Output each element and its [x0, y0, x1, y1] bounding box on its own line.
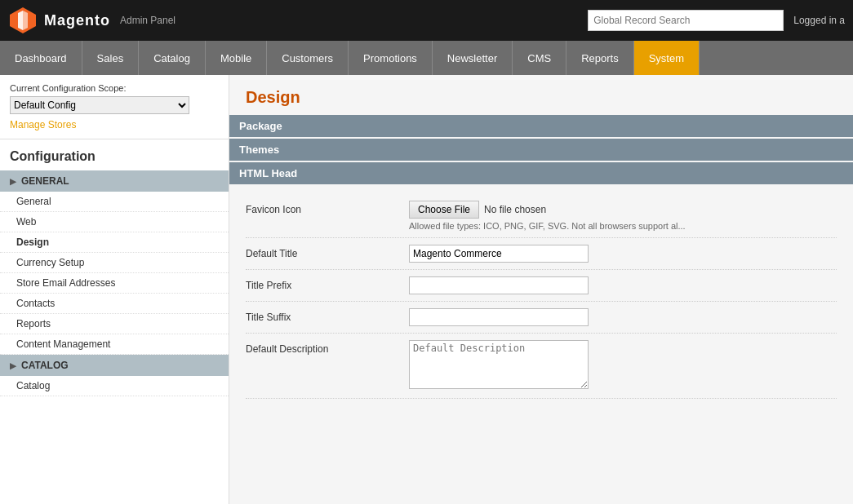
default-desc-row: Default Description — [246, 334, 837, 399]
sidebar-item-content-management[interactable]: Content Management — [0, 334, 229, 355]
content-area: Design Package Themes HTML Head Favicon … — [229, 75, 853, 504]
sidebar-item-reports[interactable]: Reports — [0, 314, 229, 334]
title-prefix-control — [409, 276, 837, 294]
form-area: Favicon Icon Choose File No file chosen … — [229, 186, 853, 407]
nav-item-reports[interactable]: Reports — [566, 41, 634, 75]
nav-item-mobile[interactable]: Mobile — [206, 41, 267, 75]
title-suffix-label: Title Suffix — [246, 308, 409, 323]
default-title-control — [409, 245, 837, 263]
title-prefix-label: Title Prefix — [246, 276, 409, 291]
header-right: Logged in a — [588, 10, 845, 31]
default-desc-textarea[interactable] — [409, 340, 589, 389]
favicon-row: Favicon Icon Choose File No file chosen … — [246, 194, 837, 238]
section-arrow-icon: ▶ — [10, 177, 16, 186]
header: Magento Admin Panel Logged in a — [0, 0, 853, 41]
logged-in-text: Logged in a — [793, 15, 845, 26]
choose-file-button[interactable]: Choose File — [409, 201, 479, 219]
title-prefix-row: Title Prefix — [246, 270, 837, 302]
sidebar: Current Configuration Scope: Default Con… — [0, 75, 229, 504]
svg-marker-1 — [18, 11, 23, 30]
sidebar-sections: ▶GENERALGeneralWebDesignCurrency SetupSt… — [0, 170, 229, 396]
nav-item-customers[interactable]: Customers — [267, 41, 349, 75]
scope-area: Current Configuration Scope: Default Con… — [0, 75, 229, 139]
main-layout: Current Configuration Scope: Default Con… — [0, 75, 853, 504]
default-title-label: Default Title — [246, 245, 409, 259]
section-header-themes: Themes — [229, 139, 853, 161]
section-header-package: Package — [229, 115, 853, 137]
sidebar-item-general[interactable]: General — [0, 192, 229, 212]
scope-select[interactable]: Default Config — [10, 96, 189, 114]
sidebar-title: Configuration — [0, 139, 229, 170]
global-search-input[interactable] — [588, 10, 784, 31]
favicon-label: Favicon Icon — [246, 201, 409, 215]
file-hint: Allowed file types: ICO, PNG, GIF, SVG. … — [409, 221, 837, 231]
title-suffix-row: Title Suffix — [246, 302, 837, 334]
magento-logo-icon — [8, 6, 38, 35]
manage-stores-link[interactable]: Manage Stores — [10, 119, 219, 130]
nav-item-newsletter[interactable]: Newsletter — [433, 41, 513, 75]
title-prefix-input[interactable] — [409, 276, 589, 294]
nav-item-catalog[interactable]: Catalog — [139, 41, 206, 75]
sidebar-item-web[interactable]: Web — [0, 212, 229, 232]
sidebar-item-contacts[interactable]: Contacts — [0, 294, 229, 314]
section-arrow-icon: ▶ — [10, 361, 16, 370]
sidebar-item-catalog[interactable]: Catalog — [0, 376, 229, 396]
page-title: Design — [229, 75, 853, 115]
logo-subtitle-text: Admin Panel — [120, 15, 175, 26]
main-navigation: DashboardSalesCatalogMobileCustomersProm… — [0, 41, 853, 75]
sidebar-section-catalog[interactable]: ▶CATALOG — [0, 355, 229, 376]
logo-brand-text: Magento — [44, 12, 110, 29]
title-suffix-control — [409, 308, 837, 326]
sidebar-item-design[interactable]: Design — [0, 232, 229, 253]
sidebar-section-general[interactable]: ▶GENERAL — [0, 170, 229, 192]
nav-item-dashboard[interactable]: Dashboard — [0, 41, 82, 75]
scope-label: Current Configuration Scope: — [10, 83, 219, 93]
nav-item-system[interactable]: System — [634, 41, 700, 75]
no-file-text: No file chosen — [484, 201, 546, 215]
favicon-control: Choose File No file chosen Allowed file … — [409, 201, 837, 231]
nav-item-sales[interactable]: Sales — [82, 41, 140, 75]
section-header-html-head: HTML Head — [229, 162, 853, 184]
default-desc-control — [409, 340, 837, 391]
title-suffix-input[interactable] — [409, 308, 589, 326]
nav-item-promotions[interactable]: Promotions — [349, 41, 433, 75]
default-title-row: Default Title — [246, 238, 837, 270]
logo-area: Magento Admin Panel — [8, 6, 175, 35]
sidebar-item-store-email-addresses[interactable]: Store Email Addresses — [0, 273, 229, 294]
sidebar-item-currency-setup[interactable]: Currency Setup — [0, 253, 229, 273]
default-title-input[interactable] — [409, 245, 589, 263]
default-desc-label: Default Description — [246, 340, 409, 355]
svg-marker-2 — [23, 11, 28, 30]
nav-item-cms[interactable]: CMS — [513, 41, 566, 75]
